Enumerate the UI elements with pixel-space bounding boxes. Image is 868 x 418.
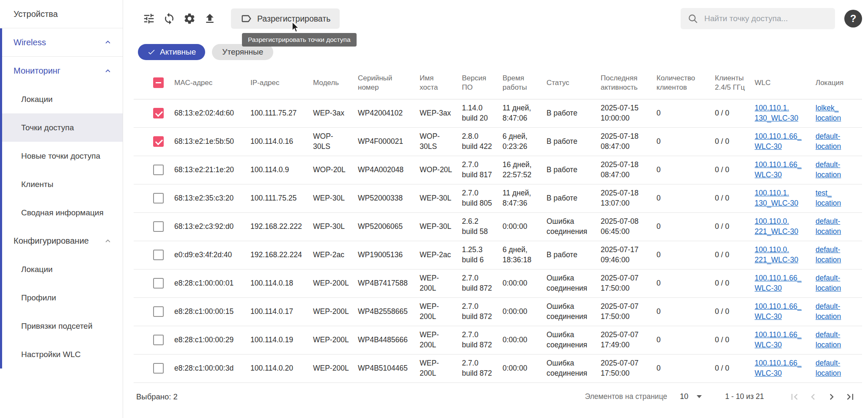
sidebar-item[interactable]: Точки доступа [0,113,123,142]
col-header-wlc: WLC [750,67,811,99]
location-link[interactable]: default- location [816,160,841,179]
location-link[interactable]: default- location [816,132,841,150]
per-page-select[interactable]: 10 [680,392,702,401]
next-page-button[interactable] [822,388,841,406]
sidebar-item-label: Wireless [14,38,46,47]
cell-status: В работе [542,99,596,127]
chevron-up-icon[interactable] [103,38,113,47]
sidebar-item[interactable]: Устройства [0,0,123,28]
row-checkbox[interactable] [153,278,164,289]
table-row: 68:13:e2:21:1e:20 100.114.0.9 WOP-20L WP… [134,156,862,184]
tab-active-aps[interactable]: Активные [138,44,205,60]
sidebar-item[interactable]: Сводная информация [0,198,123,227]
sidebar-item-label: Устройства [14,9,58,19]
wlc-link[interactable]: 100.110.1.66_ WLC-30 [755,302,802,320]
unregister-button[interactable]: Разрегистрировать [231,8,340,29]
location-link[interactable]: test_ location [816,189,841,207]
cell-last-activity: 2025-07-07 17:50:00 [596,297,652,326]
first-page-button[interactable] [785,388,804,406]
wlc-link[interactable]: 100.110.1.66_ WLC-30 [755,359,802,377]
tab-active-label: Активные [160,47,196,57]
sidebar-item[interactable]: Профили [0,283,123,312]
location-link[interactable]: default- location [816,302,841,320]
cell-serial: WP42004102 [354,99,415,127]
cell-hostname: WOP-30LS [415,127,458,156]
row-checkbox[interactable] [153,136,164,147]
sidebar-item[interactable]: Конфигурирование [0,227,123,255]
cell-client-count: 0 [652,156,711,184]
tab-lost-label: Утерянные [222,47,263,57]
sidebar-item[interactable]: Локации [0,255,123,283]
row-checkbox[interactable] [153,335,164,345]
cell-version: 2.7.0 build 805 [458,184,498,212]
refresh-button[interactable] [159,8,179,29]
cell-version: 2.7.0 build 872 [458,297,498,326]
cell-ip: 100.114.0.17 [246,297,309,326]
filter-button[interactable] [139,8,159,29]
wlc-link[interactable]: 100.110.1.66_ WLC-30 [755,330,802,349]
row-checkbox[interactable] [153,306,164,317]
upload-button[interactable] [200,8,220,29]
help-icon[interactable]: ? [844,10,862,28]
location-link[interactable]: default- location [816,245,841,264]
cell-serial: WP4B2558665 [354,297,415,326]
col-header-location: Локация [811,67,862,99]
table-row: e8:28:c1:00:00:3d 100.114.0.20 WEP-200L … [134,354,862,382]
row-checkbox[interactable] [153,250,164,260]
sidebar-item[interactable]: Wireless [0,28,123,57]
settings-button[interactable] [179,8,200,29]
cell-serial: WP19005136 [354,241,415,269]
wlc-link[interactable]: 100.110.0. 221_WLC-30 [755,245,798,264]
cell-version: 1.25.3 build 6 [458,241,498,269]
select-all-checkbox[interactable] [153,77,164,88]
cell-clients-bands: 0 / 0 [711,127,750,156]
cell-hostname: WEP-3ax [415,99,458,127]
row-checkbox[interactable] [153,165,164,175]
cell-hostname: WEP-30L [415,212,458,241]
cell-uptime: 11 дней, 8:47:36 [498,184,542,212]
chevron-up-icon[interactable] [103,236,113,246]
cell-model: WEP-200L [309,326,354,354]
wlc-link[interactable]: 100.110.1.66_ WLC-30 [755,132,802,150]
cell-clients-bands: 0 / 0 [711,156,750,184]
row-checkbox[interactable] [153,193,164,204]
row-checkbox[interactable] [153,108,164,118]
wlc-link[interactable]: 100.110.1. 130_WLC-30 [755,104,798,122]
sidebar-item[interactable]: Клиенты [0,170,123,198]
cell-status: Ошибка соединения [542,269,596,297]
cell-last-activity: 2025-07-15 10:00:00 [596,99,652,127]
wlc-link[interactable]: 100.110.1.66_ WLC-30 [755,274,802,292]
wlc-link[interactable]: 100.110.1. 130_WLC-30 [755,189,798,207]
row-checkbox[interactable] [153,221,164,232]
cell-serial: WP4A002048 [354,156,415,184]
sidebar-item[interactable]: Новые точки доступа [0,142,123,170]
wlc-link[interactable]: 100.110.0. 221_WLC-30 [755,217,798,235]
cell-model: WEP-3ax [309,99,354,127]
table-row: 68:13:e2:02:4d:60 100.111.75.27 WEP-3ax … [134,99,862,127]
location-link[interactable]: lolkek_ location [816,104,841,122]
chevron-up-icon[interactable] [103,66,113,76]
location-link[interactable]: default- location [816,359,841,377]
per-page-value: 10 [680,392,688,401]
search-input[interactable] [703,14,828,24]
wlc-link[interactable]: 100.110.1.66_ WLC-30 [755,160,802,179]
prev-page-button[interactable] [804,388,822,406]
location-link[interactable]: default- location [816,217,841,235]
sidebar-item[interactable]: Настройки WLC [0,340,123,368]
main-content: Разрегистрировать Разрегистрировать точк… [123,0,868,418]
active-section-indicator [0,28,2,368]
location-link[interactable]: default- location [816,274,841,292]
col-header-serial: Серийный номер [354,67,415,99]
cell-status: Ошибка соединения [542,297,596,326]
search-box[interactable] [681,8,835,29]
last-page-button[interactable] [841,388,860,406]
row-checkbox[interactable] [153,363,164,374]
cell-uptime: 16 дней, 22:57:52 [498,156,542,184]
sidebar-item[interactable]: Мониторинг [0,57,123,85]
cell-last-activity: 2025-07-18 13:07:00 [596,184,652,212]
sidebar-item[interactable]: Локации [0,85,123,113]
sidebar-item-label: Мониторинг [14,66,60,76]
cell-last-activity: 2025-07-17 09:46:00 [596,241,652,269]
sidebar-item[interactable]: Привязки подсетей [0,312,123,340]
location-link[interactable]: default- location [816,330,841,349]
